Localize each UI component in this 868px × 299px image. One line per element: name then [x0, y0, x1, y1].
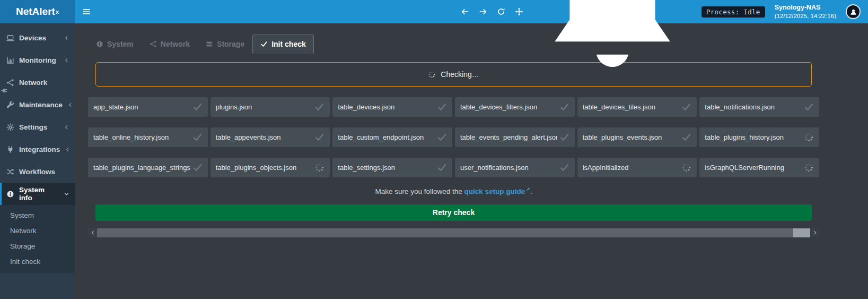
nav-back-icon[interactable]	[461, 7, 469, 16]
spinner-icon	[314, 163, 325, 173]
arrows-move-icon[interactable]	[515, 7, 523, 16]
check-icon	[314, 102, 325, 112]
check-card-table-devices-tiles-json: table_devices_tiles.json	[577, 97, 697, 117]
sidebar-item-settings[interactable]: Settings	[0, 116, 75, 138]
tab-label: Storage	[217, 40, 244, 48]
sidebar-item-network[interactable]: Network	[0, 71, 75, 93]
host-info: Synology-NAS (12/12/2025, 14:22:16)	[775, 3, 836, 20]
check-card-table-devices-filters-json: table_devices_filters.json	[455, 97, 575, 117]
check-name: app_state.json	[93, 103, 138, 111]
tab-init-check[interactable]: Init check	[252, 35, 314, 54]
sidebar-item-workflows[interactable]: Workflows	[0, 160, 75, 183]
check-icon	[804, 102, 814, 112]
check-card-isappinitialized: isAppInitialized	[577, 158, 697, 177]
check-icon	[192, 102, 203, 112]
chevron-left-icon	[64, 124, 69, 130]
retry-check-button[interactable]: Retry check	[95, 204, 812, 221]
check-name: table_appevents.json	[216, 133, 281, 141]
check-name: user_notifications.json	[460, 164, 529, 172]
tab-network[interactable]: Network	[142, 35, 198, 54]
setup-note-text: Make sure you followed the	[375, 187, 464, 195]
spinner-icon	[428, 71, 436, 79]
tab-label: System	[107, 40, 134, 48]
sidebar: DevicesMonitoringNetworkMaintenanceSetti…	[0, 23, 75, 299]
tab-system[interactable]: System	[88, 35, 142, 54]
guide-link-text: quick setup guide	[464, 187, 525, 195]
check-card-table-plugins-events-json: table_plugins_events.json	[577, 127, 697, 147]
info-circle-icon	[6, 190, 14, 198]
tab-bar: SystemNetworkStorageInit check	[88, 35, 819, 54]
check-name: table_online_history.json	[93, 133, 169, 141]
sidebar-item-label: Workflows	[19, 168, 55, 176]
chevron-left-icon	[65, 147, 71, 152]
check-card-table-devices-json: table_devices.json	[332, 97, 452, 117]
check-name: isGraphQLServerRunning	[705, 164, 784, 172]
scroll-right-button[interactable]	[810, 228, 819, 237]
notifications-button[interactable]: 2	[533, 0, 692, 91]
sidebar-item-monitoring[interactable]: Monitoring	[0, 49, 75, 71]
chevron-down-icon	[64, 191, 69, 197]
check-card-isgraphqlserverrunning: isGraphQLServerRunning	[699, 158, 819, 177]
tab-storage[interactable]: Storage	[198, 35, 252, 54]
checking-text: Checking…	[441, 70, 479, 79]
menu-icon[interactable]	[82, 7, 91, 16]
nav-forward-icon[interactable]	[479, 7, 487, 16]
init-check-grid: app_state.jsonplugins.jsontable_devices.…	[88, 97, 819, 177]
check-icon	[559, 102, 569, 112]
wrench-icon	[6, 101, 14, 109]
check-icon	[437, 132, 447, 142]
user-avatar[interactable]	[846, 4, 861, 19]
plug-icon	[6, 146, 14, 153]
check-icon	[559, 163, 569, 173]
horizontal-scrollbar[interactable]	[88, 228, 819, 237]
check-card-table-notifications-json: table_notifications.json	[699, 97, 819, 117]
chevron-left-icon	[64, 35, 69, 41]
submenu-item-storage[interactable]: Storage	[0, 238, 75, 254]
chart-icon	[6, 56, 14, 64]
check-icon	[437, 102, 447, 112]
external-link-icon: ↗	[526, 186, 530, 192]
scrollbar-track[interactable]	[97, 228, 810, 237]
scrollbar-thumb[interactable]	[97, 228, 793, 237]
sidebar-item-integrations[interactable]: Integrations	[0, 138, 75, 160]
chevron-left-icon	[64, 57, 69, 63]
submenu-item-network[interactable]: Network	[0, 223, 75, 238]
process-status-badge: Process: Idle	[702, 6, 765, 18]
sidebar-item-label: Network	[19, 79, 47, 87]
submenu-item-init-check[interactable]: Init check	[0, 254, 75, 269]
sidebar-item-maintenance[interactable]: Maintenance	[0, 93, 75, 116]
quick-setup-guide-link[interactable]: quick setup guide↗	[464, 187, 530, 195]
network-icon	[6, 79, 14, 87]
refresh-icon[interactable]	[497, 7, 505, 16]
user-icon	[849, 8, 857, 16]
check-card-user-notifications-json: user_notifications.json	[455, 158, 575, 177]
check-card-table-plugins-language-strings-json: table_plugins_language_strings.json	[88, 158, 208, 177]
check-name: table_devices_tiles.json	[583, 103, 655, 111]
check-name: table_plugins_events.json	[583, 133, 662, 141]
check-name: isAppInitialized	[583, 164, 629, 172]
sidebar-menu: DevicesMonitoringNetworkMaintenanceSetti…	[0, 23, 75, 205]
sidebar-item-label: Maintenance	[19, 101, 63, 109]
submenu-item-system[interactable]: System	[0, 208, 75, 223]
shuffle-icon	[6, 168, 14, 176]
check-icon	[559, 132, 569, 142]
check-card-table-events-pending-alert-json: table_events_pending_alert.json	[455, 127, 575, 147]
main-content: SystemNetworkStorageInit check Checking……	[75, 23, 868, 299]
check-icon	[681, 132, 691, 142]
check-card-app-state-json: app_state.json	[88, 97, 208, 117]
sidebar-item-system-info[interactable]: System info	[0, 183, 75, 205]
check-card-plugins-json: plugins.json	[211, 97, 330, 117]
check-icon	[314, 132, 325, 142]
sidebar-item-label: System info	[19, 186, 59, 202]
check-name: table_devices_filters.json	[460, 103, 537, 111]
app-logo[interactable]: NetAlertx	[0, 0, 75, 23]
check-icon	[681, 102, 691, 112]
scroll-left-button[interactable]	[88, 228, 97, 237]
top-header: NetAlertx 2 Process: Idle Synology-NAS (…	[0, 0, 868, 23]
storage-icon	[206, 40, 213, 48]
sidebar-item-devices[interactable]: Devices	[0, 27, 75, 49]
brand-name: NetAlert	[16, 6, 55, 18]
check-icon	[437, 163, 447, 173]
check-icon	[260, 40, 268, 48]
brand-sup: x	[56, 8, 59, 15]
